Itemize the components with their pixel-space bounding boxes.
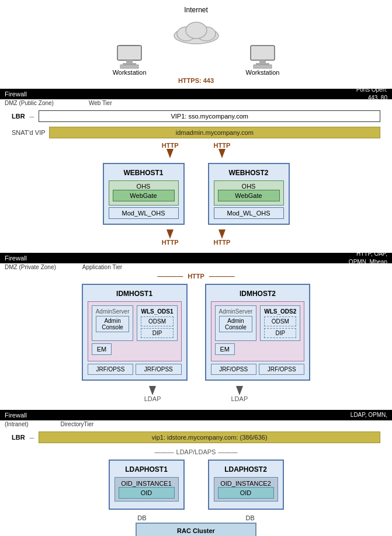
- app-section: IDMHOST1 AdminServer Admin Console WLS_O…: [0, 281, 392, 383]
- idmhost1-inner: AdminServer Admin Console WLS_ODS1 ODSM: [88, 301, 182, 361]
- db-labels-row: DB DB: [137, 514, 255, 521]
- idmhost1-jrf1: JRF/OPSS: [88, 364, 133, 375]
- ldaphost2-oid-box: OID: [218, 487, 274, 499]
- idmhost1-admin-server-label: AdminServer: [96, 308, 130, 315]
- idmhost2-admin-server-label: AdminServer: [219, 308, 253, 315]
- idmhost1-em-label: EM: [97, 346, 107, 353]
- webhost1-webgate: WebGate: [113, 190, 175, 201]
- http-right-arrow: [218, 149, 226, 158]
- internet-label: Internet: [184, 6, 208, 14]
- idmhost2-wls-box: WLS_ODS2 ODSM DIP: [260, 305, 300, 341]
- idmhost1-admin-console-box: Admin Console: [96, 316, 130, 332]
- idmhost2-odsm-box: ODSM: [264, 316, 296, 326]
- firewall3-zone: (Intranet): [5, 421, 29, 427]
- firewall3-label: Firewall: [5, 412, 27, 419]
- web-hosts-section: WEBHOST1 OHS WebGate Mod_WL_OHS WEBHOST2…: [0, 161, 392, 227]
- dir-section: LDAPHOST1 OID_INSTANCE1 OID LDAPHOST2 OI…: [0, 457, 392, 512]
- idmhost2-dip-box: DIP: [264, 328, 296, 338]
- ldap-right-label: LDAP: [231, 395, 248, 402]
- firewall2-ports-values3: Proxy: [372, 267, 387, 273]
- http-mid-arrow-line: ————: [157, 273, 183, 280]
- db-label-left: DB: [137, 514, 146, 521]
- idmhost2-jrf2: JRF/OPSS: [259, 364, 304, 375]
- ldaphost2-instance-label: OID_INSTANCE2: [220, 480, 271, 487]
- webhost2-box: WEBHOST2 OHS WebGate Mod_WL_OHS: [208, 163, 290, 225]
- http-left-arrow: [166, 149, 174, 158]
- monitor-right-icon: [249, 44, 276, 69]
- ldaphost1-oid-box: OID: [119, 487, 175, 499]
- vip2-box: vip1: idstore.mycompany.com: (386/636): [39, 431, 380, 443]
- idmhost2-em-box: EM: [215, 343, 235, 355]
- webhost2-modwl: Mod_WL_OHS: [214, 207, 284, 219]
- firewall1-tier: Web Tier: [89, 100, 112, 106]
- firewall1-zone: DMZ (Public Zone): [5, 100, 54, 106]
- idmhost1-jrf2: JRF/OPSS: [136, 364, 181, 375]
- firewall1-section: Firewall Ports Open: 443, 80 DMZ (Public…: [0, 89, 392, 107]
- internet-section: Internet Workstation: [0, 0, 392, 84]
- ldap-left-arrow: [149, 386, 156, 395]
- ldaphost2-title: LDAPHOST2: [214, 465, 278, 474]
- http-bottom-right-arrow: [218, 229, 226, 239]
- firewall2-bar: Firewall Ports Open: HTTP, OAP, OPMN, Mb…: [0, 253, 392, 263]
- vip2-label: vip1: idstore.mycompany.com: (386/636): [152, 434, 268, 441]
- svg-marker-13: [166, 149, 174, 158]
- http-right-label: HTTP: [214, 142, 231, 149]
- rac-box: RAC Cluster OIDBHOST1 OIDBHOST2: [136, 523, 256, 536]
- firewall3-sublabels: (Intranet) DirectoryTier: [0, 420, 392, 428]
- svg-marker-14: [218, 149, 226, 158]
- ldap-ldaps-label: LDAP/LDAPS: [176, 448, 216, 455]
- idmhost1-odsm-label: ODSM: [148, 318, 166, 325]
- firewall1-ports-label: Ports Open:: [356, 86, 387, 93]
- idmhost2-admin-console-line1: Admin: [227, 318, 244, 324]
- db-label-right: DB: [246, 514, 255, 521]
- idmhost2-jrf1: JRF/OPSS: [211, 364, 256, 375]
- firewall1-ports-values: 443, 80: [368, 95, 387, 101]
- http-mid-row: ———— HTTP ————: [0, 271, 392, 281]
- webhost2-ohs-label: OHS: [242, 183, 256, 190]
- http-bottom-left-arrow: [166, 229, 174, 239]
- http-bottom-right-label: HTTP: [214, 239, 231, 246]
- ldaphost2-instance: OID_INSTANCE2 OID: [214, 477, 278, 502]
- firewall2-ports-values: HTTP, OAP,: [356, 250, 387, 257]
- webhost2-webgate-label: WebGate: [235, 192, 262, 199]
- https-label: HTTPS: 443: [178, 77, 214, 84]
- webhost2-webgate: WebGate: [218, 190, 280, 201]
- rac-section: DB DB RAC Cluster OIDBHOST1 OIDBHOST2: [0, 512, 392, 536]
- idmhost1-em-row: EM: [92, 343, 178, 357]
- lbr1-row: LBR – VIP1: sso.mycompany.com: [0, 107, 392, 126]
- webhost1-modwl: Mod_WL_OHS: [109, 207, 179, 219]
- idmhost1-wls-box: WLS_ODS1 ODSM DIP: [137, 305, 177, 341]
- webhost1-webgate-label: WebGate: [130, 192, 157, 199]
- ldap-ldaps-row: ——— LDAP/LDAPS ———: [0, 447, 392, 457]
- webhost2-modwl-label: Mod_WL_OHS: [227, 210, 270, 217]
- vip1-box: VIP1: sso.mycompany.com: [39, 110, 380, 122]
- idmhost2-admin-console-box: Admin Console: [219, 316, 253, 332]
- idmhost1-jrf-row: JRF/OPSS JRF/OPSS: [88, 364, 182, 375]
- firewall2-ports-label: Ports Open:: [356, 242, 387, 249]
- ldaphost1-title: LDAPHOST1: [115, 465, 179, 474]
- firewall2-tier: Application Tier: [82, 264, 122, 270]
- svg-rect-6: [126, 60, 133, 63]
- firewall2-zone: DMZ (Private Zone): [5, 264, 56, 270]
- vip1-label: VIP1: sso.mycompany.com: [171, 113, 248, 120]
- svg-rect-10: [259, 60, 266, 63]
- lbr2-row: LBR – vip1: idstore.mycompany.com: (386/…: [0, 428, 392, 447]
- idmhost2-em-label: EM: [220, 346, 230, 353]
- ldap-arrows-row: LDAP LDAP: [0, 383, 392, 405]
- workstation-left: Workstation: [113, 44, 147, 76]
- firewall3-ports-values2: Mbean Proxy: [353, 420, 387, 426]
- webhost1-modwl-label: Mod_WL_OHS: [122, 210, 165, 217]
- idmhost1-dip-label: DIP: [152, 330, 162, 336]
- ldaphost2-box: LDAPHOST2 OID_INSTANCE2 OID: [208, 460, 284, 510]
- idmhost1-title: IDMHOST1: [88, 290, 182, 298]
- idmhost2-dip-label: DIP: [275, 330, 285, 336]
- snat-label: idmadmin.mycompany.com: [176, 129, 254, 136]
- cloud-icon: [170, 15, 223, 44]
- svg-rect-8: [120, 65, 138, 68]
- lbr2-tag: LBR: [12, 434, 25, 441]
- idmhost2-box: IDMHOST2 AdminServer Admin Console WLS_O…: [205, 284, 311, 381]
- firewall3-tier: DirectoryTier: [61, 421, 94, 427]
- webhost1-ohs-label: OHS: [137, 183, 151, 190]
- snat-tag: SNAT'd VIP: [12, 129, 46, 136]
- idmhost1-admin-console-line1: Admin: [104, 318, 120, 324]
